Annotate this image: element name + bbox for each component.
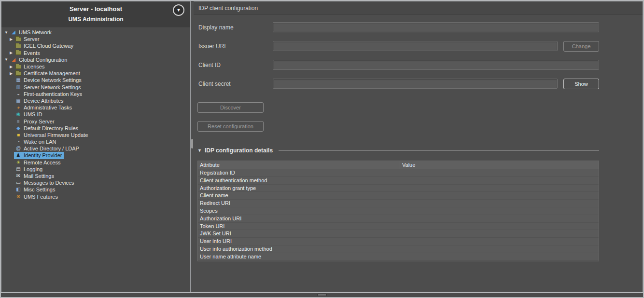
change-button[interactable]: Change — [563, 41, 599, 52]
table-row[interactable]: User name attribute name — [198, 253, 599, 261]
tree-item-ums-features[interactable]: ⊛UMS Features — [1, 193, 190, 200]
tree-item-certificate-management[interactable]: ▶Certificate Management — [1, 70, 190, 77]
section-divider — [279, 150, 599, 151]
tree-item-misc-settings[interactable]: ◧Misc Settings — [1, 186, 190, 193]
tree-item-mail-settings[interactable]: ✉Mail Settings — [1, 173, 190, 179]
tree-item-label: UMS Features — [24, 194, 58, 200]
tree-item-label: Server Network Settings — [24, 84, 81, 90]
client-secret-row: Client secret Show — [198, 79, 643, 89]
attribute-cell: Scopes — [198, 207, 400, 215]
splitter-grip-icon[interactable] — [191, 139, 193, 149]
table-row[interactable]: JWK Set URI — [198, 230, 599, 238]
tree-item-label: Certificate Management — [24, 70, 80, 76]
tree-item-identity-provider[interactable]: ♟Identity Provider — [1, 152, 190, 159]
show-button[interactable]: Show — [563, 79, 599, 89]
sidebar-splitter[interactable] — [191, 1, 194, 292]
window-content: Server - localhost ▼ UMS Administration … — [1, 1, 643, 292]
table-row[interactable]: Scopes — [198, 207, 599, 215]
tree-item-administrative-tasks[interactable]: ◕Administrative Tasks — [1, 104, 190, 111]
attribute-cell: Token URI — [198, 223, 400, 230]
value-cell — [400, 169, 599, 176]
issuer-uri-label: Issuer URI — [198, 43, 273, 50]
attribute-cell: Authorization URI — [198, 215, 400, 222]
expander-collapsed-icon[interactable]: ▶ — [8, 65, 14, 69]
tree-item-remote-access[interactable]: ☀Remote Access — [1, 159, 190, 166]
tree-item-messages-to-devices[interactable]: ▭Messages to Devices — [1, 179, 190, 186]
table-row[interactable]: Authorization URI — [198, 215, 599, 223]
tree-item-active-directory-ldap[interactable]: @Active Directory / LDAP — [1, 145, 190, 152]
bottom-splitter-bar[interactable] — [1, 292, 643, 297]
tree-item-logging[interactable]: ▤Logging — [1, 166, 190, 173]
discover-button[interactable]: Discover — [197, 102, 264, 113]
expander-expanded-icon[interactable]: ▼ — [3, 57, 9, 62]
proxy-server-icon: ≡ — [15, 119, 22, 124]
navigation-tree: ▼◢UMS Network▶ServerIGEL Cloud Gateway▶E… — [1, 27, 190, 292]
tree-item-label: UMS ID — [24, 111, 42, 117]
device-attributes-icon: ▦ — [15, 98, 22, 103]
tree-item-igel-cloud-gateway[interactable]: IGEL Cloud Gateway — [1, 42, 190, 49]
value-cell — [400, 215, 599, 222]
tree-item-server[interactable]: ▶Server — [1, 36, 190, 42]
bottom-splitter-grip-icon[interactable] — [317, 294, 327, 296]
tree-item-universal-firmware-update[interactable]: ■Universal Firmware Update — [1, 132, 190, 138]
expander-expanded-icon[interactable]: ▼ — [3, 30, 9, 35]
tree-item-global-configuration[interactable]: ▼◢Global Configuration — [1, 56, 190, 63]
tree-item-device-network-settings[interactable]: ▦Device Network Settings — [1, 77, 190, 83]
tree-item-wake-on-lan[interactable]: ◔Wake on LAN — [1, 138, 190, 145]
value-cell — [400, 238, 599, 245]
reset-configuration-button[interactable]: Reset configuration — [197, 121, 264, 132]
folder-icon — [15, 43, 22, 49]
idp-details-section-title: IDP configuration details — [205, 147, 273, 154]
value-column-header[interactable]: Value — [400, 161, 599, 169]
attribute-cell: User name attribute name — [198, 253, 400, 260]
tree-item-label: Administrative Tasks — [24, 105, 72, 110]
tree-item-proxy-server[interactable]: ≡Proxy Server — [1, 118, 190, 124]
expander-collapsed-icon[interactable]: ▶ — [8, 51, 14, 55]
folder-icon — [15, 50, 22, 56]
folder-icon — [15, 36, 22, 42]
tree-item-label: Remote Access — [24, 160, 60, 165]
idp-details-section-header[interactable]: ▼ IDP configuration details — [197, 147, 599, 154]
value-cell — [400, 230, 599, 237]
table-row[interactable]: User info authorization method — [198, 245, 599, 253]
client-id-input[interactable] — [273, 60, 599, 70]
display-name-input[interactable] — [273, 22, 599, 32]
table-row[interactable]: User info URI — [198, 238, 599, 245]
expander-collapsed-icon[interactable]: ▶ — [8, 37, 14, 41]
table-row[interactable]: Registration ID — [198, 169, 599, 177]
ums-id-icon: ◉ — [15, 112, 22, 117]
expander-collapsed-icon[interactable]: ▶ — [8, 71, 14, 76]
tree-item-default-directory-rules[interactable]: ◆Default Directory Rules — [1, 125, 190, 132]
attribute-column-header[interactable]: Attribute — [198, 161, 400, 169]
sidebar-subtitle: UMS Administration — [1, 16, 190, 23]
tree-item-ums-id[interactable]: ◉UMS ID — [1, 111, 190, 118]
table-row[interactable]: Redirect URI — [198, 200, 599, 207]
issuer-uri-input[interactable] — [273, 41, 558, 51]
table-row[interactable]: Authorization grant type — [198, 185, 599, 192]
tree-item-label: Licenses — [24, 64, 44, 69]
sidebar-collapse-button[interactable]: ▼ — [173, 4, 184, 16]
folder-icon — [15, 64, 22, 70]
tree-item-events[interactable]: ▶Events — [1, 50, 190, 56]
mail-settings-icon: ✉ — [15, 174, 22, 178]
tree-item-label: UMS Network — [19, 29, 52, 35]
table-row[interactable]: Client authentication method — [198, 177, 599, 185]
ums-network-icon: ◢ — [10, 30, 17, 35]
tree-item-first-authentication-keys[interactable]: ◒First-authentication Keys — [1, 91, 190, 97]
value-cell — [400, 177, 599, 184]
client-secret-input[interactable] — [273, 79, 558, 89]
device-network-settings-icon: ▦ — [15, 78, 22, 82]
display-name-row: Display name — [198, 22, 643, 32]
sidebar: Server - localhost ▼ UMS Administration … — [1, 1, 191, 292]
client-id-row: Client ID — [198, 60, 643, 70]
tree-item-label: First-authentication Keys — [24, 91, 82, 97]
directory-rules-icon: ◆ — [15, 126, 22, 131]
tree-item-device-attributes[interactable]: ▦Device Attributes — [1, 97, 190, 104]
identity-provider-icon: ♟ — [15, 153, 22, 158]
tree-item-ums-network[interactable]: ▼◢UMS Network — [1, 29, 190, 36]
tree-item-server-network-settings[interactable]: ▥Server Network Settings — [1, 84, 190, 91]
tree-item-licenses[interactable]: ▶Licenses — [1, 63, 190, 70]
table-row[interactable]: Token URI — [198, 223, 599, 230]
tree-item-label: Proxy Server — [24, 119, 55, 124]
table-row[interactable]: Client name — [198, 192, 599, 200]
